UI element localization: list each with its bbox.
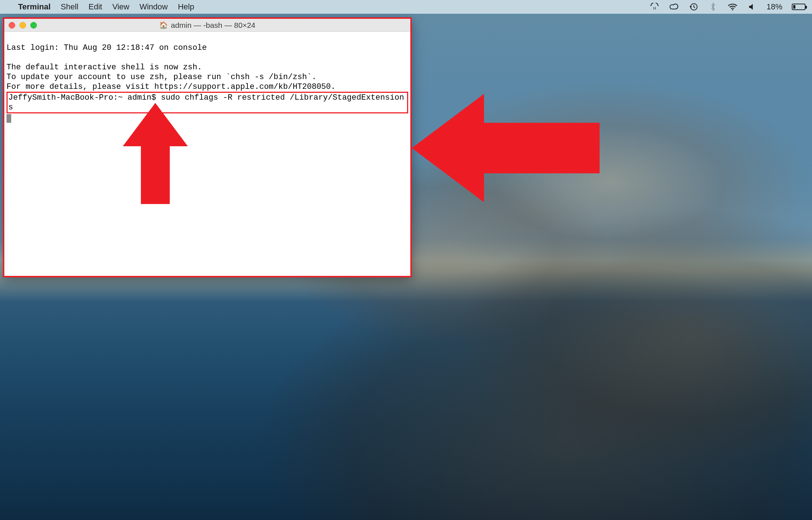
menu-view[interactable]: View [107, 2, 134, 12]
bluetooth-icon[interactable] [708, 2, 718, 12]
menu-shell[interactable]: Shell [56, 2, 83, 12]
terminal-titlebar[interactable]: 🏠 admin — -bash — 80×24 [4, 19, 410, 32]
svg-point-2 [732, 9, 733, 10]
wifi-icon[interactable] [727, 2, 738, 12]
app-menu[interactable]: Terminal [13, 2, 56, 12]
menu-window[interactable]: Window [134, 2, 173, 12]
time-machine-icon[interactable] [688, 2, 699, 12]
annotation-left-arrow-icon [412, 94, 600, 202]
terminal-cursor [7, 114, 11, 123]
terminal-line: For more details, please visit https://s… [7, 82, 336, 91]
terminal-line: The default interactive shell is now zsh… [7, 63, 202, 72]
battery-icon[interactable] [792, 4, 805, 10]
terminal-content[interactable]: Last login: Thu Aug 20 12:18:47 on conso… [4, 32, 410, 276]
hotspot-icon[interactable]: H [649, 2, 660, 12]
window-title: admin — -bash — 80×24 [171, 21, 255, 30]
terminal-line: Last login: Thu Aug 20 12:18:47 on conso… [7, 43, 207, 52]
svg-text:H: H [653, 6, 656, 10]
menu-edit[interactable]: Edit [83, 2, 107, 12]
highlighted-command-line: JeffySmith-MacBook-Pro:~ admin$ sudo chf… [7, 92, 408, 113]
macos-menu-bar: Terminal Shell Edit View Window Help H 1… [0, 0, 812, 14]
terminal-line: To update your account to use zsh, pleas… [7, 73, 316, 82]
svg-marker-4 [412, 94, 600, 202]
svg-marker-3 [123, 103, 188, 204]
battery-percent: 18% [766, 2, 782, 12]
annotation-up-arrow-icon [123, 103, 188, 204]
minimize-button[interactable] [20, 22, 26, 29]
menu-help[interactable]: Help [173, 2, 199, 12]
maximize-button[interactable] [30, 22, 37, 29]
close-button[interactable] [9, 22, 15, 29]
creative-cloud-icon[interactable] [669, 2, 679, 12]
window-controls [9, 22, 37, 29]
volume-icon[interactable] [747, 2, 757, 12]
home-icon: 🏠 [159, 21, 168, 29]
terminal-window[interactable]: 🏠 admin — -bash — 80×24 Last login: Thu … [3, 17, 412, 277]
